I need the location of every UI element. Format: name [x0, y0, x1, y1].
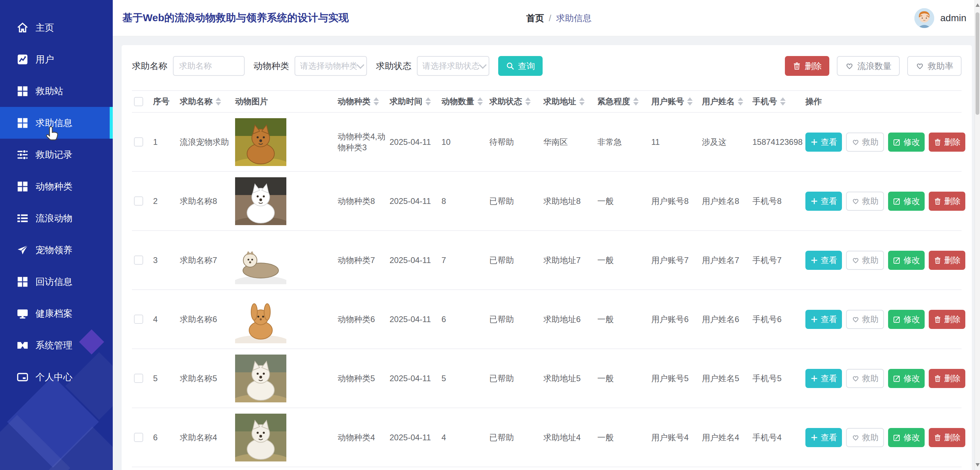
breadcrumb-home-link[interactable]: 首页 [526, 12, 544, 24]
scrollbar-up-arrow[interactable] [975, 3, 980, 7]
cell-urgency: 一般 [597, 432, 651, 443]
row-checkbox[interactable] [134, 256, 143, 265]
sidebar-item-system[interactable]: 系统管理 [0, 329, 113, 361]
cell-help-address: 求助地址5 [543, 373, 597, 384]
column-header-uname[interactable]: 用户姓名 [702, 96, 752, 107]
row-checkbox[interactable] [134, 196, 143, 206]
column-header-label: 求助地址 [543, 96, 576, 107]
rescue-rate-label: 救助率 [928, 60, 953, 72]
column-header-label: 紧急程度 [597, 96, 630, 107]
sort-caret-icon[interactable] [525, 97, 531, 106]
column-header-species[interactable]: 动物种类 [337, 96, 390, 107]
rescue-button[interactable]: 救助 [846, 251, 884, 270]
query-button[interactable]: 查询 [498, 56, 542, 76]
delete-button[interactable]: 删除 [929, 428, 965, 447]
user-menu[interactable]: admin [915, 8, 966, 28]
sidebar-item-users[interactable]: 用户 [0, 43, 113, 75]
sort-caret-icon[interactable] [216, 97, 221, 106]
sort-caret-icon[interactable] [374, 97, 379, 106]
sidebar-item-label: 个人中心 [35, 371, 72, 383]
rescue-button[interactable]: 救助 [846, 310, 884, 329]
sort-caret-icon[interactable] [579, 97, 585, 106]
row-checkbox[interactable] [134, 433, 143, 442]
rescue-button[interactable]: 救助 [846, 192, 884, 211]
cell-user-account: 用户账号8 [651, 196, 702, 206]
rescue-rate-button[interactable]: 救助率 [907, 56, 961, 76]
sidebar-item-strays[interactable]: 流浪动物 [0, 202, 113, 234]
column-header-phone[interactable]: 手机号 [752, 96, 805, 107]
select-all-checkbox[interactable] [134, 97, 143, 106]
heart-icon [851, 315, 860, 324]
delete-button[interactable]: 删除 [929, 192, 965, 211]
vertical-scrollbar[interactable] [975, 0, 980, 470]
column-header-urg[interactable]: 紧急程度 [597, 96, 651, 107]
column-header-label: 操作 [805, 96, 822, 107]
avatar[interactable] [915, 8, 934, 28]
sort-caret-icon[interactable] [687, 97, 693, 106]
row-checkbox[interactable] [134, 137, 143, 146]
edit-button[interactable]: 修改 [888, 310, 924, 329]
trash-icon [934, 197, 942, 205]
delete-button[interactable]: 删除 [929, 369, 965, 388]
sort-caret-icon[interactable] [633, 97, 639, 106]
sidebar-item-stations[interactable]: 救助站 [0, 75, 113, 107]
view-button[interactable]: 查看 [805, 310, 842, 329]
help-name-input[interactable] [173, 56, 245, 76]
column-header-name[interactable]: 求助名称 [180, 96, 235, 107]
edit-button[interactable]: 修改 [888, 251, 924, 270]
column-header-addr[interactable]: 求助地址 [543, 96, 597, 107]
sidebar-item-records[interactable]: 救助记录 [0, 139, 113, 170]
sidebar-item-label: 健康档案 [35, 307, 72, 320]
sidebar-item-health[interactable]: 健康档案 [0, 297, 113, 329]
table-header-row: 序号求助名称动物图片动物种类求助时间动物数量求助状态求助地址紧急程度用户账号用户… [132, 90, 961, 113]
edit-button[interactable]: 修改 [888, 428, 924, 447]
column-header-acct[interactable]: 用户账号 [651, 96, 702, 107]
row-checkbox[interactable] [134, 314, 143, 324]
cell-animal-count: 8 [441, 196, 489, 206]
stray-count-button[interactable]: 流浪数量 [837, 56, 900, 76]
edit-button[interactable]: 修改 [888, 133, 924, 152]
monitor-icon [16, 307, 29, 320]
scrollbar-thumb[interactable] [975, 12, 979, 115]
stray-count-label: 流浪数量 [858, 60, 891, 72]
delete-button[interactable]: 删除 [929, 251, 965, 270]
view-button[interactable]: 查看 [805, 251, 842, 270]
sidebar-item-profile[interactable]: 个人中心 [0, 361, 113, 393]
view-button[interactable]: 查看 [805, 428, 842, 447]
cell-user-name: 用户姓名8 [702, 196, 752, 206]
help-status-select[interactable]: 请选择求助状态 [417, 56, 489, 76]
sidebar-item-species[interactable]: 动物种类 [0, 170, 113, 202]
scrollbar-down-arrow[interactable] [975, 463, 980, 467]
cell-user-name: 用户姓名7 [702, 255, 752, 266]
sidebar-item-home[interactable]: 主页 [0, 12, 113, 43]
rescue-button[interactable]: 救助 [846, 369, 884, 388]
edit-button[interactable]: 修改 [888, 192, 924, 211]
cell-user-account: 用户账号4 [651, 432, 702, 443]
sidebar-item-revisit[interactable]: 回访信息 [0, 266, 113, 297]
edit-button[interactable]: 修改 [888, 369, 924, 388]
rescue-button[interactable]: 救助 [846, 428, 884, 447]
sort-caret-icon[interactable] [425, 97, 431, 106]
rescue-button[interactable]: 救助 [846, 133, 884, 152]
column-header-status[interactable]: 求助状态 [489, 96, 543, 107]
cell-index: 1 [153, 137, 180, 147]
view-button[interactable]: 查看 [805, 369, 842, 388]
delete-button[interactable]: 删除 [929, 310, 965, 329]
cell-phone: 15874123698 [752, 137, 805, 147]
table-row: 1流浪宠物求助 动物种类4,动物种类32025-04-1110待帮助华南区非常急… [132, 113, 961, 172]
top-header: 基于Web的流浪动物救助与领养系统的设计与实现 首页 / 求助信息 [113, 0, 980, 36]
animal-species-select[interactable]: 请选择动物种类 [294, 56, 367, 76]
row-checkbox[interactable] [134, 374, 143, 383]
bulk-delete-button[interactable]: 删除 [785, 56, 829, 76]
sidebar-item-adoption[interactable]: 宠物领养 [0, 234, 113, 266]
sort-caret-icon[interactable] [477, 97, 483, 106]
sort-caret-icon[interactable] [780, 97, 786, 106]
select-placeholder: 请选择求助状态 [422, 60, 479, 71]
view-button[interactable]: 查看 [805, 133, 842, 152]
delete-button[interactable]: 删除 [929, 133, 965, 152]
sort-caret-icon[interactable] [738, 97, 743, 106]
column-header-time[interactable]: 求助时间 [390, 96, 441, 107]
column-header-ops: 操作 [805, 96, 961, 107]
column-header-count[interactable]: 动物数量 [441, 96, 489, 107]
view-button[interactable]: 查看 [805, 192, 842, 211]
